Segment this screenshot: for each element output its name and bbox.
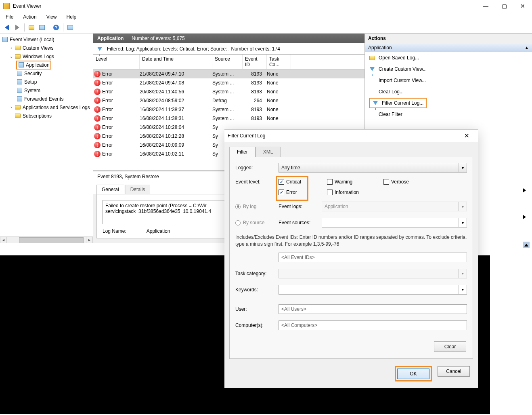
menu-action[interactable]: Action (19, 13, 40, 21)
tree-root[interactable]: Event Viewer (Local) (0, 35, 93, 44)
action-clear-filter[interactable]: Clear Filter (365, 109, 532, 120)
event-sources-select[interactable]: ▾ (322, 218, 467, 228)
menu-file[interactable]: File (2, 13, 17, 21)
table-row[interactable]: !Error20/08/2024 08:59:02Defrag264None (93, 96, 364, 105)
check-information[interactable]: Information (327, 190, 383, 195)
scroll-right-button[interactable]: ► (86, 237, 93, 244)
folder-icon (15, 46, 21, 50)
blank-icon (369, 77, 375, 84)
check-critical[interactable]: Critical (279, 179, 327, 185)
error-icon: ! (94, 71, 101, 77)
log-icon (17, 71, 22, 76)
tb-help[interactable]: ? (51, 23, 61, 32)
tb-panel2[interactable] (65, 23, 75, 32)
tree-subscriptions[interactable]: ›Subscriptions (0, 112, 93, 120)
action-open-saved-log[interactable]: Open Saved Log... (365, 52, 532, 63)
tree-system[interactable]: System (0, 86, 93, 95)
action-create-custom-view[interactable]: Create Custom View... (365, 63, 532, 75)
funnel-icon (373, 101, 378, 105)
table-row[interactable]: !Error16/08/2024 11:38:31System ...8193N… (93, 114, 364, 123)
minimize-button[interactable]: — (476, 0, 495, 12)
check-label: Error (286, 190, 297, 195)
cell-task: None (267, 116, 291, 121)
expand-icon[interactable]: › (9, 46, 14, 50)
event-logs-select[interactable]: Application▾ (322, 202, 467, 211)
cancel-button[interactable]: Cancel (438, 366, 470, 377)
check-warning[interactable]: Warning (327, 179, 383, 185)
col-level[interactable]: Level (93, 55, 140, 69)
eventviewer-icon (2, 37, 8, 42)
funnel-icon (370, 67, 375, 71)
col-task[interactable]: Task Ca... (267, 55, 291, 69)
maximize-button[interactable]: ▢ (495, 0, 513, 12)
menu-view[interactable]: View (42, 13, 61, 21)
tree-forwarded[interactable]: Forwarded Events (0, 95, 93, 103)
tree-custom-views[interactable]: ›Custom Views (0, 44, 93, 52)
cell-level: Error (102, 89, 113, 95)
col-date[interactable]: Date and Time (140, 55, 212, 69)
tab-details[interactable]: Details (125, 185, 151, 194)
clear-button[interactable]: Clear (434, 341, 466, 352)
table-row[interactable]: !Error21/08/2024 09:47:10System ...8193N… (93, 70, 364, 78)
table-row[interactable]: !Error21/08/2024 09:47:08System ...8193N… (93, 78, 364, 87)
col-eventid[interactable]: Event ID (243, 55, 267, 69)
tree-pane: Event Viewer (Local) ›Custom Views ⌄Wind… (0, 34, 93, 243)
expand-icon[interactable]: › (9, 105, 14, 110)
cell-task: None (267, 71, 291, 77)
tree-setup[interactable]: Setup (0, 78, 93, 86)
collapse-icon[interactable]: ⌄ (9, 54, 14, 59)
check-verbose[interactable]: Verbose (383, 179, 428, 185)
tab-xml[interactable]: XML (256, 147, 281, 157)
event-ids-input[interactable]: <All Event IDs> (279, 253, 467, 262)
logged-select[interactable]: Any time▾ (279, 163, 467, 173)
tree-label: Application (26, 62, 50, 68)
cell-date: 20/08/2024 11:40:56 (140, 89, 212, 95)
btn-label: OK (410, 371, 417, 377)
actions-section[interactable]: Application ▲ (365, 43, 532, 52)
action-import-custom-view[interactable]: Import Custom View... (365, 75, 532, 86)
ok-button[interactable]: OK (397, 369, 429, 379)
tb-folder[interactable] (27, 23, 36, 32)
triangle-right-icon (523, 188, 526, 192)
close-button[interactable]: ✕ (513, 0, 532, 12)
task-category-select[interactable]: ▾ (279, 269, 467, 278)
forward-button[interactable] (13, 23, 22, 32)
cell-eventid: 8193 (243, 89, 267, 95)
blank-icon (369, 111, 375, 118)
chevron-down-icon: ▾ (459, 163, 467, 172)
chevron-down-icon: ▾ (459, 218, 467, 227)
tb-window[interactable] (37, 23, 47, 32)
filter-bar: Filtered: Log: Application; Levels: Crit… (93, 43, 364, 55)
logname-label: Log Name: (103, 228, 126, 234)
menu-help[interactable]: Help (63, 13, 81, 21)
tree-label: Subscriptions (23, 113, 52, 119)
tree-apps-services[interactable]: ›Applications and Services Logs (0, 103, 93, 112)
tree-windows-logs[interactable]: ⌄Windows Logs (0, 52, 93, 61)
scroll-thumb[interactable] (19, 237, 84, 243)
col-source[interactable]: Source (212, 55, 243, 69)
radio-by-source[interactable]: By source (235, 220, 274, 225)
radio-by-log[interactable]: By log (235, 204, 274, 209)
check-error[interactable]: Error (279, 190, 327, 195)
user-input[interactable]: <All Users> (279, 304, 467, 314)
action-filter-current-log[interactable]: Filter Current Log... (365, 97, 532, 109)
table-row[interactable]: !Error20/08/2024 11:40:56System ...8193N… (93, 87, 364, 96)
computers-input[interactable]: <All Computers> (279, 320, 467, 330)
title-bar: Event Viewer — ▢ ✕ (0, 0, 532, 12)
action-clear-log[interactable]: Clear Log... (365, 86, 532, 97)
tree-security[interactable]: Security (0, 69, 93, 78)
filter-text: Filtered: Log: Application; Levels: Crit… (107, 46, 280, 52)
back-button[interactable] (2, 23, 12, 32)
dialog-close-button[interactable]: ✕ (459, 132, 475, 139)
tree-application[interactable]: Application (0, 61, 93, 69)
tab-general[interactable]: General (96, 185, 124, 194)
scroll-left-button[interactable]: ◄ (0, 237, 7, 244)
keywords-select[interactable]: ▾ (279, 285, 467, 295)
tree-root-label: Event Viewer (Local) (10, 37, 54, 42)
chevron-down-icon: ▾ (459, 202, 467, 211)
triangle-up-icon (523, 242, 530, 248)
tree-scrollbar[interactable]: ◄ ► (0, 236, 93, 243)
tab-filter[interactable]: Filter (229, 147, 256, 157)
table-row[interactable]: !Error16/08/2024 11:38:37System ...8193N… (93, 105, 364, 114)
action-label: Open Saved Log... (379, 55, 419, 61)
